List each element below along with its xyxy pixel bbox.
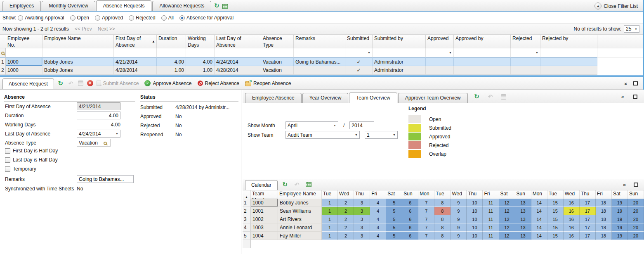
radio-open[interactable]: Open: [70, 15, 89, 21]
absence-type-field[interactable]: Vacation: [77, 139, 111, 147]
column-header-first-day-of-absence[interactable]: First Day of Absence▲: [114, 35, 157, 48]
cell-duration[interactable]: 1.00: [157, 66, 186, 75]
cell-absence-type[interactable]: Vacation: [261, 57, 294, 66]
column-header-rejected[interactable]: Rejected: [511, 35, 540, 48]
cell-submitted[interactable]: ✓: [345, 66, 373, 75]
cell-remarks[interactable]: Going to Bahamas...: [294, 57, 345, 66]
refresh-icon[interactable]: ↻: [282, 181, 288, 188]
column-header-approved[interactable]: Approved: [426, 35, 454, 48]
search-icon[interactable]: [1, 52, 5, 55]
filter-cell-rejected[interactable]: ▼: [511, 48, 540, 57]
table-icon[interactable]: [222, 4, 228, 9]
prev-button[interactable]: << Prev: [75, 26, 92, 32]
tab-year-overview[interactable]: Year Overview: [302, 93, 349, 103]
filter-cell-employee-name[interactable]: [42, 48, 114, 57]
last-day-combo[interactable]: 4/24/2014 ▼: [77, 130, 120, 138]
column-header-submitted-by[interactable]: Submitted by: [373, 35, 426, 48]
chevrons-down-icon[interactable]: »: [621, 181, 628, 188]
cell-duration[interactable]: 4.00: [157, 57, 186, 66]
duration-input[interactable]: [77, 112, 120, 119]
page-size-select[interactable]: 25 ▼: [624, 25, 639, 33]
cell-first-day-of-absence[interactable]: 4/28/2014: [114, 66, 157, 75]
cell-working-days[interactable]: 1.00: [186, 66, 215, 75]
cell-approved[interactable]: [426, 57, 454, 66]
tab-team-overview[interactable]: Team Overview: [349, 93, 397, 103]
filter-cell-absence-type[interactable]: [261, 48, 294, 57]
approve-absence-button[interactable]: ✓Approve Absence: [144, 80, 191, 86]
delete-icon[interactable]: ×: [87, 80, 93, 86]
filter-cell-approved[interactable]: ▼: [426, 48, 454, 57]
checkbox-first-day-is-half-day[interactable]: First Day is Half Day: [5, 146, 58, 155]
reopen-absence-button[interactable]: Reopen Absence: [245, 81, 291, 86]
checkbox-temporary[interactable]: Temporary: [5, 164, 58, 173]
column-header-submitted[interactable]: Submitted: [345, 35, 373, 48]
column-header-employee-no[interactable]: Employee No.: [6, 35, 42, 48]
next-button[interactable]: Next >>: [98, 26, 115, 32]
remarks-input[interactable]: [77, 175, 134, 183]
refresh-icon[interactable]: ↻: [57, 80, 64, 87]
tab-absence-requests[interactable]: Absence Requests: [96, 0, 152, 11]
cell-rejected-by[interactable]: [540, 66, 597, 75]
cell-approved[interactable]: [426, 66, 454, 75]
cell-approved-by[interactable]: [454, 57, 511, 66]
table-row[interactable]: 21000Bobby Jones4/28/20141.001.004/28/20…: [0, 66, 643, 75]
undo-icon[interactable]: ↶: [487, 93, 494, 100]
cell-remarks[interactable]: [294, 66, 345, 75]
team-combo[interactable]: Audit Team ▼: [285, 131, 360, 139]
chevrons-down-icon[interactable]: »: [623, 80, 629, 87]
column-header-last-day-of-absence[interactable]: Last Day of Absence: [215, 35, 261, 48]
cell-employee-no[interactable]: 1000: [6, 57, 42, 66]
filter-cell-last-day-of-absence[interactable]: [215, 48, 261, 57]
table-icon[interactable]: [306, 182, 311, 187]
radio-approved[interactable]: Approved: [95, 15, 123, 21]
cell-last-day-of-absence[interactable]: 4/24/2014: [215, 57, 261, 66]
chevrons-right-icon[interactable]: »: [619, 93, 625, 100]
cell-submitted[interactable]: ✓: [345, 57, 373, 66]
cell-approved-by[interactable]: [454, 66, 511, 75]
tab-approver-team-overview[interactable]: Approver Team Overview: [398, 93, 468, 103]
column-header-remarks[interactable]: Remarks: [294, 35, 345, 48]
tab-monthly-overview[interactable]: Monthly Overview: [42, 1, 95, 11]
tab-employee-absence[interactable]: Employee Absence: [245, 93, 302, 103]
month-combo[interactable]: April ▼: [285, 121, 338, 129]
tab-allowance-requests[interactable]: Allowance Requests: [152, 1, 211, 11]
refresh-icon[interactable]: ↻: [474, 93, 480, 100]
cell-last-day-of-absence[interactable]: 4/28/2014: [215, 66, 261, 75]
cell-first-day-of-absence[interactable]: 4/21/2014: [114, 57, 157, 66]
maximize-icon[interactable]: [633, 95, 637, 99]
column-header-working-days[interactable]: Working Days: [186, 35, 215, 48]
cell-rejected-by[interactable]: [540, 57, 597, 66]
column-header-employee-name[interactable]: Employee Name: [42, 35, 114, 48]
filter-cell-employee-no[interactable]: [6, 48, 42, 57]
filter-cell-rejected-by[interactable]: [540, 48, 597, 57]
cell-rejected[interactable]: [511, 66, 540, 75]
filter-cell-approved-by[interactable]: [454, 48, 511, 57]
cell-absence-type[interactable]: Vacation: [261, 66, 294, 75]
search-icon[interactable]: [104, 142, 107, 145]
cell-submitted-by[interactable]: Administrator: [373, 57, 426, 66]
column-header-rejected-by[interactable]: Rejected by: [540, 35, 597, 48]
reject-absence-button[interactable]: Reject Absence: [198, 81, 239, 86]
filter-cell-working-days[interactable]: [186, 48, 215, 57]
filter-cell-first-day-of-absence[interactable]: [114, 48, 157, 57]
save-icon[interactable]: [78, 81, 83, 86]
refresh-icon[interactable]: ↻: [213, 2, 220, 9]
filter-cell-submitted-by[interactable]: [373, 48, 426, 57]
filter-cell-remarks[interactable]: [294, 48, 345, 57]
radio-rejected[interactable]: Rejected: [129, 15, 155, 21]
save-icon[interactable]: [501, 94, 506, 100]
cell-employee-name[interactable]: Bobby Jones: [42, 66, 114, 75]
team-number-combo[interactable]: 1 ▼: [365, 131, 398, 139]
undo-icon[interactable]: ↶: [68, 80, 74, 87]
tab-calendar[interactable]: Calendar: [245, 180, 278, 190]
submit-absence-button[interactable]: Submit Absence: [97, 81, 139, 86]
radio-all[interactable]: All: [161, 15, 174, 21]
close-filter-list-button[interactable]: ▲ Close Filter List: [594, 2, 638, 9]
maximize-icon[interactable]: [634, 183, 638, 187]
tab-absence-request[interactable]: Absence Request: [2, 78, 54, 89]
filter-cell-duration[interactable]: [157, 48, 186, 57]
checkbox-last-day-is-half-day[interactable]: Last Day is Half Day: [5, 155, 58, 164]
column-header-approved-by[interactable]: Approved by: [454, 35, 511, 48]
radio-awaiting-approval[interactable]: Awaiting Approval: [18, 15, 64, 21]
cell-employee-no[interactable]: 1000: [6, 66, 42, 75]
